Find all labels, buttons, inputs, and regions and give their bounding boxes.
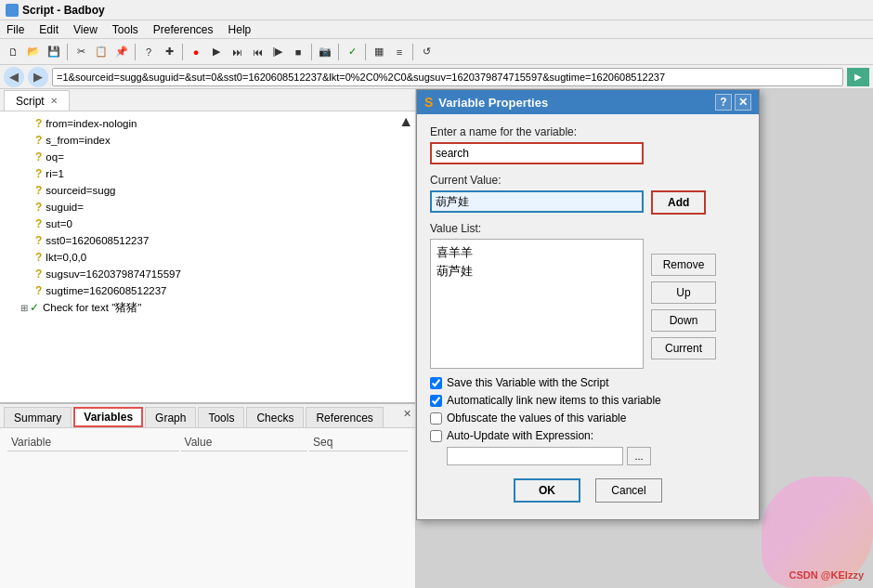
address-bar: ◀ ▶ bbox=[0, 65, 873, 89]
back-button[interactable]: ◀ bbox=[4, 67, 24, 87]
camera-btn[interactable]: 📷 bbox=[316, 43, 334, 61]
bottom-tab-bar: Summary Variables Graph Tools Checks Ref… bbox=[0, 404, 415, 428]
tab-references[interactable]: References bbox=[306, 407, 383, 427]
tab-tools[interactable]: Tools bbox=[198, 407, 244, 427]
check-btn[interactable]: ✓ bbox=[343, 43, 361, 61]
menu-bar: File Edit View Tools Preferences Help bbox=[0, 20, 873, 39]
right-panel: CSDN @KElzzy S Variable Properties ? ✕ E… bbox=[416, 89, 873, 588]
forward-button[interactable]: ▶ bbox=[28, 67, 48, 87]
tab-graph[interactable]: Graph bbox=[145, 407, 196, 427]
tree-item-label: sugsuv=1620379874715597 bbox=[46, 268, 181, 280]
sep2 bbox=[135, 44, 136, 60]
current-value-row: Add bbox=[430, 190, 746, 215]
window-title: Script - Badboy bbox=[22, 4, 105, 17]
sep4 bbox=[311, 44, 312, 60]
fastfwd-btn[interactable]: ⏭ bbox=[228, 43, 246, 61]
sep1 bbox=[67, 44, 68, 60]
save-btn[interactable]: 💾 bbox=[45, 43, 63, 61]
remove-button[interactable]: Remove bbox=[651, 254, 716, 276]
list-btn[interactable]: ≡ bbox=[390, 43, 409, 61]
cut-btn[interactable]: ✂ bbox=[72, 43, 90, 61]
menu-tools[interactable]: Tools bbox=[110, 22, 141, 37]
list-item[interactable]: 葫芦娃 bbox=[435, 262, 639, 281]
menu-help[interactable]: Help bbox=[226, 22, 254, 37]
checkbox-obfuscate-input[interactable] bbox=[430, 412, 442, 425]
dialog-help-btn[interactable]: ? bbox=[715, 94, 732, 111]
tab-checks[interactable]: Checks bbox=[246, 407, 304, 427]
qmark-icon: ? bbox=[35, 201, 42, 214]
tree-item-label: oq= bbox=[46, 151, 64, 163]
tab-variables[interactable]: Variables bbox=[73, 407, 143, 427]
checkbox-autoupdate: Auto-Update with Expression: bbox=[430, 429, 746, 442]
bottom-panel: Summary Variables Graph Tools Checks Ref… bbox=[0, 402, 415, 588]
tab-summary[interactable]: Summary bbox=[4, 407, 72, 427]
stop-btn[interactable]: ■ bbox=[289, 43, 307, 61]
list-side-buttons: Remove Up Down Current bbox=[651, 254, 716, 359]
record-btn[interactable]: ● bbox=[187, 43, 205, 61]
copy-btn[interactable]: 📋 bbox=[92, 43, 111, 61]
tree-item-suguid: ? suguid= bbox=[7, 199, 411, 216]
up-button[interactable]: Up bbox=[651, 281, 716, 304]
checkbox-autolink-input[interactable] bbox=[430, 395, 442, 407]
ok-button[interactable]: OK bbox=[514, 478, 580, 503]
menu-file[interactable]: File bbox=[4, 22, 27, 37]
open-btn[interactable]: 📂 bbox=[24, 43, 43, 61]
expression-input[interactable] bbox=[447, 447, 623, 465]
qmark-icon: ? bbox=[35, 284, 42, 297]
expand-icon[interactable]: ⊞ bbox=[20, 303, 28, 313]
check-icon: ✓ bbox=[30, 301, 39, 314]
qmark-icon: ? bbox=[35, 117, 42, 130]
bottom-panel-close[interactable]: ✕ bbox=[403, 408, 411, 420]
add-icon-btn[interactable]: ✚ bbox=[160, 43, 178, 61]
value-list[interactable]: 喜羊羊 葫芦娃 bbox=[430, 239, 644, 369]
script-tab-bar: Script ✕ bbox=[0, 89, 415, 111]
help-btn[interactable]: ? bbox=[139, 43, 158, 61]
checkbox-save-label: Save this Variable with the Script bbox=[447, 376, 609, 389]
menu-edit[interactable]: Edit bbox=[36, 22, 61, 37]
script-tab-close[interactable]: ✕ bbox=[50, 96, 58, 106]
script-tab[interactable]: Script ✕ bbox=[4, 90, 70, 111]
app-icon bbox=[6, 4, 19, 17]
go-button[interactable] bbox=[847, 68, 869, 86]
qmark-icon: ? bbox=[35, 217, 42, 230]
current-value-input[interactable] bbox=[430, 190, 644, 213]
value-list-label: Value List: bbox=[430, 222, 746, 235]
menu-preferences[interactable]: Preferences bbox=[150, 22, 216, 37]
col-value: Value bbox=[181, 434, 307, 451]
dialog-close-btn[interactable]: ✕ bbox=[735, 94, 751, 111]
current-button[interactable]: Current bbox=[651, 337, 716, 359]
play-btn[interactable]: ▶ bbox=[207, 43, 226, 61]
checkbox-obfuscate-label: Obfuscate the values of this variable bbox=[447, 412, 626, 425]
qmark-icon: ? bbox=[35, 134, 42, 147]
new-btn[interactable]: 🗋 bbox=[4, 43, 22, 61]
tree-item-oq: ? oq= bbox=[7, 149, 411, 165]
toolbar: 🗋 📂 💾 ✂ 📋 📌 ? ✚ ● ▶ ⏭ ⏮ |▶ ■ 📷 ✓ ▦ ≡ ↺ bbox=[0, 39, 873, 65]
qmark-icon: ? bbox=[35, 167, 42, 180]
col-seq: Seq bbox=[309, 434, 408, 451]
name-label: Enter a name for the variable: bbox=[430, 125, 746, 138]
tree-item-label: lkt=0,0,0 bbox=[46, 252, 86, 263]
grid-btn[interactable]: ▦ bbox=[370, 43, 388, 61]
checkbox-autolink-label: Automatically link new items to this var… bbox=[447, 394, 661, 407]
variable-table: Variable Value Seq bbox=[6, 432, 410, 453]
address-input[interactable] bbox=[52, 68, 843, 86]
refresh-icon-btn[interactable]: ↺ bbox=[417, 43, 436, 61]
script-tree[interactable]: ▲ ? from=index-nologin ? s_from=index ? … bbox=[0, 111, 415, 402]
col-variable: Variable bbox=[7, 434, 179, 451]
dialog-title-bar: S Variable Properties ? ✕ bbox=[417, 90, 759, 114]
qmark-icon: ? bbox=[35, 234, 42, 247]
add-button[interactable]: Add bbox=[651, 190, 706, 215]
sep7 bbox=[412, 44, 413, 60]
menu-view[interactable]: View bbox=[71, 22, 100, 37]
step-btn[interactable]: |▶ bbox=[268, 43, 287, 61]
expression-browse-btn[interactable]: ... bbox=[627, 447, 651, 465]
checkbox-save-input[interactable] bbox=[430, 377, 442, 389]
down-button[interactable]: Down bbox=[651, 309, 716, 332]
list-item[interactable]: 喜羊羊 bbox=[435, 243, 639, 262]
prev-btn[interactable]: ⏮ bbox=[248, 43, 267, 61]
tree-item-label: s_from=index bbox=[46, 135, 110, 146]
variable-name-input[interactable] bbox=[430, 142, 644, 164]
checkbox-autoupdate-input[interactable] bbox=[430, 430, 442, 442]
cancel-button[interactable]: Cancel bbox=[595, 478, 662, 503]
paste-btn[interactable]: 📌 bbox=[112, 43, 131, 61]
